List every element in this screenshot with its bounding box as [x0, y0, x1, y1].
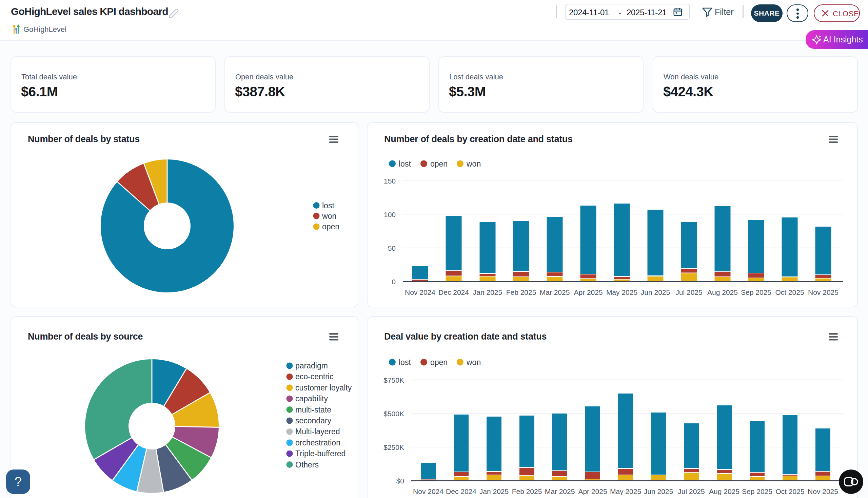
svg-text:Sep 2025: Sep 2025: [741, 288, 771, 296]
svg-text:$0: $0: [396, 477, 404, 485]
svg-text:Aug 2025: Aug 2025: [707, 288, 738, 296]
svg-text:open: open: [430, 358, 448, 367]
svg-text:Nov 2024: Nov 2024: [413, 487, 443, 495]
svg-text:Jan 2025: Jan 2025: [473, 288, 502, 296]
svg-text:Dec 2024: Dec 2024: [438, 288, 469, 296]
svg-text:Nov 2024: Nov 2024: [405, 288, 435, 296]
svg-text:100: 100: [384, 211, 396, 219]
svg-text:Jun 2025: Jun 2025: [641, 288, 670, 296]
svg-text:won: won: [322, 212, 336, 221]
svg-text:Jul 2025: Jul 2025: [676, 288, 702, 296]
svg-text:Others: Others: [295, 460, 319, 469]
svg-text:Apr 2025: Apr 2025: [578, 487, 607, 495]
svg-text:Mar 2025: Mar 2025: [545, 487, 575, 495]
svg-text:won: won: [466, 358, 481, 367]
svg-text:multi-state: multi-state: [295, 405, 331, 414]
svg-text:Feb 2025: Feb 2025: [512, 487, 542, 495]
svg-text:150: 150: [384, 177, 396, 185]
svg-text:$750K: $750K: [384, 376, 404, 384]
svg-text:open: open: [322, 222, 339, 231]
svg-text:eco-centric: eco-centric: [295, 372, 333, 381]
svg-text:Triple-buffered: Triple-buffered: [295, 449, 346, 458]
svg-text:Multi-layered: Multi-layered: [295, 427, 340, 436]
svg-text:open: open: [430, 159, 448, 168]
svg-text:May 2025: May 2025: [606, 288, 638, 296]
svg-text:$500K: $500K: [384, 410, 404, 418]
svg-text:0: 0: [392, 278, 396, 286]
svg-text:lost: lost: [322, 201, 334, 210]
svg-text:Sep 2025: Sep 2025: [742, 487, 772, 495]
svg-text:Mar 2025: Mar 2025: [540, 288, 570, 296]
svg-text:capability: capability: [295, 394, 328, 403]
svg-text:Jan 2025: Jan 2025: [479, 487, 509, 495]
svg-text:lost: lost: [399, 159, 411, 168]
svg-text:$250K: $250K: [384, 443, 404, 451]
svg-text:Dec 2024: Dec 2024: [446, 487, 476, 495]
svg-text:Jun 2025: Jun 2025: [644, 487, 673, 495]
svg-text:Apr 2025: Apr 2025: [574, 288, 602, 296]
svg-text:orchestration: orchestration: [295, 438, 340, 447]
svg-text:50: 50: [388, 244, 396, 252]
svg-text:secondary: secondary: [295, 416, 332, 425]
svg-text:Oct 2025: Oct 2025: [775, 487, 804, 495]
svg-text:Nov 2025: Nov 2025: [808, 288, 839, 296]
svg-text:Aug 2025: Aug 2025: [709, 487, 739, 495]
svg-text:paradigm: paradigm: [295, 361, 328, 370]
svg-text:Nov 2025: Nov 2025: [807, 487, 838, 495]
svg-text:Oct 2025: Oct 2025: [775, 288, 804, 296]
svg-text:May 2025: May 2025: [610, 487, 641, 495]
svg-text:lost: lost: [399, 358, 411, 367]
svg-text:Feb 2025: Feb 2025: [506, 288, 536, 296]
svg-text:won: won: [466, 159, 481, 168]
svg-text:customer loyalty: customer loyalty: [295, 383, 352, 392]
svg-text:Jul 2025: Jul 2025: [678, 487, 705, 495]
